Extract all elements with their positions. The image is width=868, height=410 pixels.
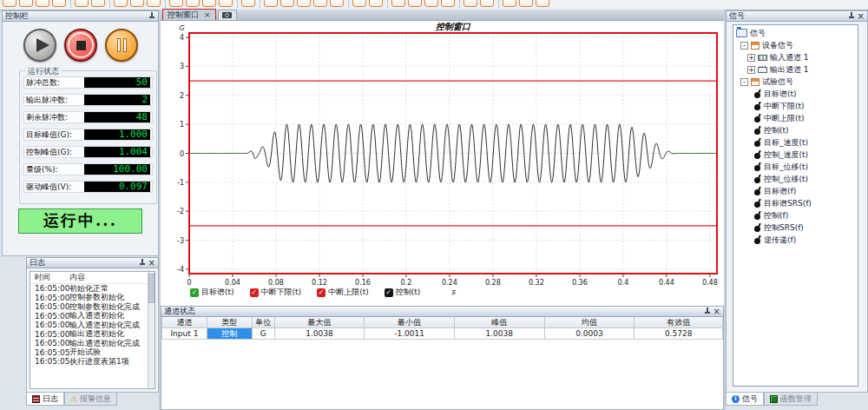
tree-item-label: 输出通道 1 [770,64,809,76]
toolbar-button[interactable] [441,0,455,7]
toolbar-button[interactable] [503,0,516,7]
tree-item[interactable]: 中断下限(t) [733,100,858,112]
toolbar-button[interactable] [408,0,422,7]
tab-function-manager[interactable]: 函数管理 [764,393,818,406]
toolbar-button[interactable] [186,0,200,7]
field-value-display: 100.00 [84,164,150,175]
expand-expander-icon[interactable]: + [747,54,755,62]
toolbar-button[interactable] [297,0,311,7]
tree-item-label: 输入通道 1 [770,52,809,63]
tree-item[interactable]: 控制SRS(f) [733,222,858,234]
toolbar-button[interactable] [424,0,438,7]
play-button[interactable] [23,29,56,62]
sensor-icon [754,235,761,244]
pin-icon[interactable] [148,12,155,20]
scrollbar-thumb[interactable] [148,274,155,303]
tab-control-window[interactable]: 控制窗口 × [162,9,216,20]
tab-signal[interactable]: 信号 [726,393,764,406]
function-manager-icon [770,395,778,403]
toolbar-button[interactable] [313,0,327,7]
status-field: 输出脉冲数:2 [23,94,153,106]
table-cell: 0.0003 [545,328,635,340]
running-status-banner: 运行中... [18,208,142,234]
pin-icon[interactable] [848,12,855,20]
tree-item[interactable]: 逆传递(f) [733,234,858,246]
toolbar-button[interactable] [330,0,344,7]
tree-item[interactable]: 控制_速度(t) [733,149,858,161]
tree-item[interactable]: 中断上限(t) [733,112,858,124]
close-icon[interactable]: × [858,12,865,20]
signal-dock-tabs: 信号 函数管理 [726,393,818,406]
status-field: 驱动峰值(V):0.097 [23,181,153,193]
toolbar-button[interactable] [169,0,183,7]
toolbar-button[interactable] [464,0,477,7]
toolbar-button[interactable] [519,0,533,7]
toolbar-button[interactable] [391,0,405,7]
legend-checkbox[interactable]: ✓ [250,288,259,297]
toolbar-button[interactable] [52,0,66,7]
tree-item[interactable]: 目标_位移(t) [733,161,858,173]
close-icon[interactable]: × [204,11,211,19]
pause-button[interactable] [105,29,138,62]
tree-item[interactable]: 控制(f) [733,209,858,222]
tab-log[interactable]: 日志 [26,393,64,406]
toolbar-button[interactable] [369,0,383,7]
tree-item[interactable]: 目标谱(f) [733,185,858,197]
tree-item[interactable]: 控制_位移(t) [733,173,858,185]
toolbar-button[interactable] [130,0,144,7]
tree-item[interactable]: +输入通道 1 [733,51,858,63]
tree-item[interactable]: -试验信号 [733,76,858,88]
toolbar-button[interactable] [75,0,89,7]
sensor-icon [754,162,761,171]
tree-item[interactable]: 目标谱SRS(f) [733,197,858,209]
chart-canvas[interactable]: 00.040.080.120.160.20.240.280.320.360.40… [161,21,724,306]
tree-item[interactable]: 目标谱(t) [733,88,858,100]
toolbar-button[interactable] [352,0,366,7]
log-list: 时间 内容 16:05:00初始化正常16:05:00控制参数初始化16:05:… [30,271,155,389]
toolbar-button[interactable] [114,0,128,7]
toolbar-button[interactable] [536,0,549,7]
log-row[interactable]: 16:05:05执行进度表第1项 [30,357,155,367]
legend-checkbox[interactable]: ✓ [317,288,326,297]
close-icon[interactable]: × [713,308,720,315]
tree-item[interactable]: +输出通道 1 [733,63,858,76]
tree-item[interactable]: 信号 [733,27,858,39]
toolbar-button[interactable] [91,0,105,7]
toolbar-button[interactable] [147,0,161,7]
collapse-expander-icon[interactable]: - [740,42,748,50]
table-row[interactable]: Input 1控制G1.0038-1.00111.00380.00030.572… [161,328,723,340]
tab-alarm-info[interactable]: ⚠ 报警信息 [64,393,117,406]
sensor-icon [754,138,761,147]
pin-icon[interactable] [704,308,711,315]
collapse-expander-icon[interactable]: - [740,78,748,86]
tree-item[interactable]: -设备信号 [733,39,858,51]
tree-item[interactable]: 控制(t) [733,124,858,136]
tree-item[interactable]: 目标_速度(t) [733,136,858,149]
tree-item-label: 设备信号 [762,40,793,51]
x-tick-label: 0.28 [485,279,501,287]
toolbar-button[interactable] [241,0,255,7]
expand-expander-icon[interactable]: + [747,66,755,74]
tree-item-label: 控制(f) [764,210,788,222]
sensor-icon [754,187,761,195]
toolbar-button[interactable] [280,0,294,7]
y-tick-label: -2 [177,208,184,215]
run-status-group: 运行状态 脉冲总数:50输出脉冲数:2剩余脉冲数:48目标峰值(G):1.000… [19,70,157,204]
legend-checkbox[interactable]: ✓ [190,288,199,297]
toolbar-button[interactable] [202,0,216,7]
toolbar-button[interactable] [219,0,233,7]
pin-icon[interactable] [139,259,146,267]
tab-label: 控制窗口 [168,10,199,21]
toolbar-button[interactable] [36,0,49,7]
close-icon[interactable]: × [148,259,155,267]
toolbar-button[interactable] [480,0,494,7]
field-label: 控制峰值(G): [26,147,72,158]
log-content: 执行进度表第1项 [69,356,155,367]
legend-checkbox[interactable]: ✓ [385,288,393,297]
toolbar-button[interactable] [264,0,278,7]
snapshot-tab[interactable] [218,10,237,20]
toolbar-button[interactable] [19,0,33,7]
log-scrollbar[interactable] [148,272,155,388]
stop-button[interactable] [64,29,97,62]
toolbar-button[interactable] [3,0,16,7]
